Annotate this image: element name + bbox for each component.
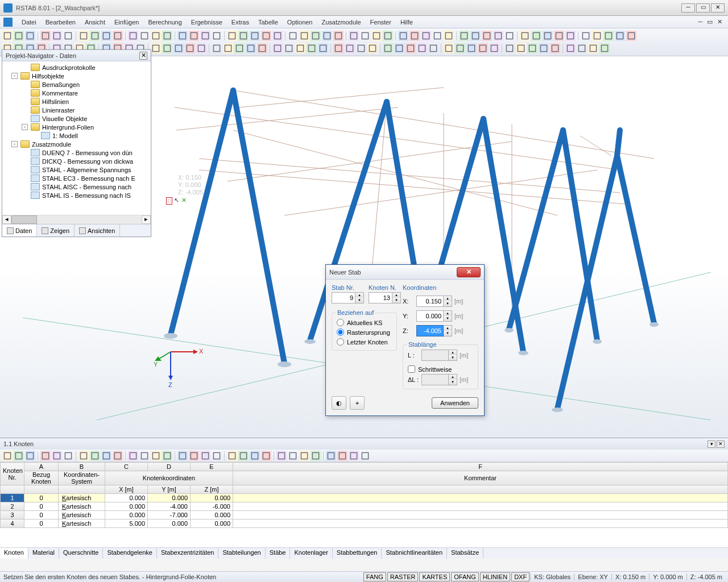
table-tab[interactable]: Stabbettungen	[333, 548, 382, 559]
toolbar-icon[interactable]	[227, 31, 237, 41]
navigator-scrollbar[interactable]: ◂▸	[2, 215, 151, 224]
toolbar-icon[interactable]	[527, 43, 537, 53]
toolbar-icon[interactable]	[257, 43, 267, 53]
toolbar-icon[interactable]	[162, 451, 172, 461]
toolbar-icon[interactable]	[444, 31, 454, 41]
status-toggle[interactable]: FANG	[363, 572, 386, 581]
toolbar-icon[interactable]	[410, 31, 420, 41]
toolbar-icon[interactable]	[78, 31, 89, 41]
toolbar-icon[interactable]	[128, 31, 138, 41]
tree-item[interactable]: Hilfslinien	[2, 97, 151, 106]
navigator-tree[interactable]: Ausdruckprotokolle-HilfsobjekteBemaßunge…	[2, 61, 151, 215]
toolbar-icon[interactable]	[504, 31, 515, 41]
toolbar-icon[interactable]	[14, 31, 24, 41]
toolbar-icon[interactable]	[345, 43, 355, 53]
table-tab[interactable]: Stabnichtlinearitäten	[382, 548, 447, 559]
toolbar-icon[interactable]	[299, 451, 309, 461]
toolbar-icon[interactable]	[250, 451, 260, 461]
toolbar-icon[interactable]	[565, 31, 576, 41]
toolbar-icon[interactable]	[588, 43, 598, 53]
table-tab[interactable]: Stabsätze	[447, 548, 483, 559]
tree-item[interactable]: Visuelle Objekte	[2, 114, 151, 123]
toolbar-icon[interactable]	[577, 43, 587, 53]
radio-rasterursprung[interactable]: Rasterursprung	[337, 327, 392, 337]
table-tab[interactable]: Knotenlager	[290, 548, 332, 559]
toolbar-icon[interactable]	[599, 43, 610, 53]
toolbar-icon[interactable]	[173, 43, 184, 53]
toolbar-icon[interactable]	[261, 31, 271, 41]
toolbar-icon[interactable]	[139, 31, 150, 41]
toolbar-icon[interactable]	[177, 31, 188, 41]
menu-bearbeiten[interactable]: Bearbeiten	[41, 18, 80, 27]
tree-item[interactable]: STAHL - Allgemeine Spannungs	[2, 165, 151, 174]
tree-item[interactable]: -Zusatzmodule	[2, 140, 151, 148]
mdi-close[interactable]: ✕	[715, 18, 725, 26]
toolbar-icon[interactable]	[234, 43, 245, 53]
toolbar-icon[interactable]	[162, 31, 172, 41]
toolbar-icon[interactable]	[63, 31, 73, 41]
coord-x-input[interactable]	[416, 296, 444, 307]
toolbar-icon[interactable]	[428, 43, 439, 53]
menu-tabelle[interactable]: Tabelle	[254, 18, 283, 27]
table-row[interactable]: 30Kartesisch0.000-7.0000.000	[1, 511, 728, 519]
toolbar-icon[interactable]	[151, 31, 161, 41]
tree-item[interactable]: -Hilfsobjekte	[2, 72, 151, 80]
toolbar-icon[interactable]	[531, 31, 541, 41]
knoten-input[interactable]	[369, 292, 392, 304]
toolbar-icon[interactable]	[101, 451, 111, 461]
toolbar-icon[interactable]	[223, 43, 233, 53]
close-button[interactable]: ✕	[711, 3, 725, 13]
tree-item[interactable]: Kommentare	[2, 89, 151, 97]
toolbar-icon[interactable]	[455, 43, 465, 53]
table-tab[interactable]: Stabendgelenke	[103, 548, 157, 559]
status-toggle[interactable]: KARTES	[419, 572, 450, 581]
toolbar-icon[interactable]	[406, 43, 416, 53]
toolbar-icon[interactable]	[272, 43, 283, 53]
toolbar-icon[interactable]	[626, 31, 636, 41]
toolbar-icon[interactable]	[52, 31, 62, 41]
navigator-tab[interactable]: Ansichten	[75, 225, 120, 236]
toolbar-icon[interactable]	[349, 451, 359, 461]
status-toggle[interactable]: HLINIEN	[480, 572, 510, 581]
toolbar-icon[interactable]	[459, 31, 469, 41]
toolbar-icon[interactable]	[371, 31, 382, 41]
toolbar-icon[interactable]	[326, 451, 336, 461]
toolbar-icon[interactable]	[516, 43, 526, 53]
dialog-pick-button[interactable]: ⌖	[350, 396, 365, 410]
toolbar-icon[interactable]	[417, 43, 427, 53]
toolbar-icon[interactable]	[276, 451, 287, 461]
toolbar-icon[interactable]	[367, 43, 378, 53]
toolbar-icon[interactable]	[2, 31, 13, 41]
toolbar-icon[interactable]	[543, 31, 553, 41]
table-tab[interactable]: Stabexzentrizitäten	[157, 548, 219, 559]
tree-item[interactable]: Ausdruckprotokolle	[2, 63, 151, 72]
menu-optionen[interactable]: Optionen	[283, 18, 317, 27]
toolbar-icon[interactable]	[333, 43, 344, 53]
status-toggle[interactable]: RASTER	[387, 572, 419, 581]
table-row[interactable]: 10Kartesisch0.0000.0000.000	[1, 494, 728, 502]
toolbar-icon[interactable]	[360, 451, 370, 461]
status-toggle[interactable]: DXF	[511, 572, 530, 581]
toolbar-icon[interactable]	[261, 451, 271, 461]
toolbar-icon[interactable]	[25, 451, 35, 461]
toolbar-icon[interactable]	[90, 31, 100, 41]
toolbar-icon[interactable]	[128, 451, 138, 461]
toolbar-icon[interactable]	[565, 43, 576, 53]
tree-item[interactable]: Bemaßungen	[2, 80, 151, 89]
toolbar-icon[interactable]	[189, 31, 199, 41]
apply-button[interactable]: Anwenden	[432, 397, 478, 409]
toolbar-icon[interactable]	[349, 31, 359, 41]
toolbar-icon[interactable]	[288, 31, 298, 41]
toolbar-icon[interactable]	[470, 31, 481, 41]
tree-expander[interactable]: -	[22, 124, 28, 130]
table-pin[interactable]: ▾	[708, 440, 715, 448]
tree-item[interactable]: -Hintergrund-Folien	[2, 123, 151, 131]
toolbar-icon[interactable]	[311, 451, 321, 461]
toolbar-icon[interactable]	[63, 451, 73, 461]
toolbar-icon[interactable]	[14, 451, 24, 461]
stab-nr-input[interactable]	[332, 292, 355, 304]
navigator-close[interactable]: ✕	[139, 52, 147, 60]
tree-expander[interactable]: -	[11, 73, 18, 79]
status-toggle[interactable]: OFANG	[451, 572, 479, 581]
mdi-minimize[interactable]: ─	[696, 18, 705, 26]
